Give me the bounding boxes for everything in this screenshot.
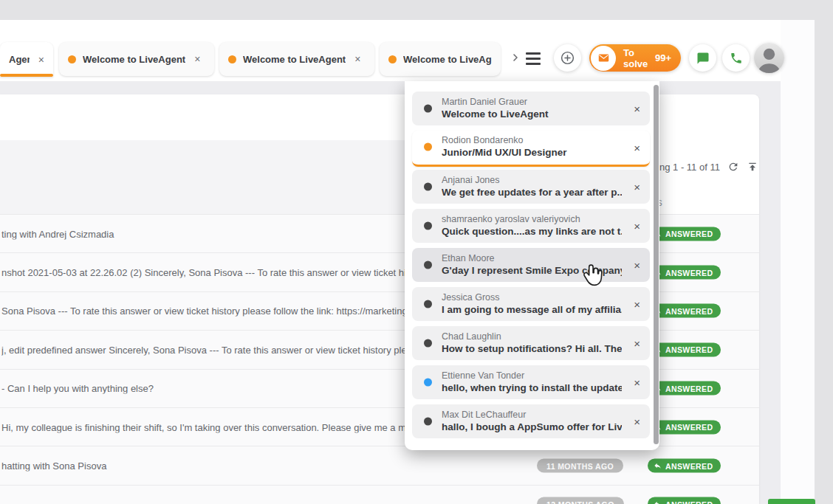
ticket-close-icon[interactable]: ×: [634, 298, 640, 311]
ticket-subject: Quick question....as my links are not t.…: [442, 225, 622, 238]
ticket-status-dot-icon: [424, 261, 432, 269]
reply-arrow-icon: [654, 500, 662, 504]
tabs-overflow-chevron-icon[interactable]: [510, 50, 521, 65]
reply-arrow-icon: [654, 462, 662, 470]
ticket-status-dot-icon: [424, 105, 432, 113]
right-white-strip: [781, 20, 815, 504]
status-badge-label: ANSWERED: [665, 423, 713, 432]
ticket-requester-name: Ettienne Van Tonder: [442, 370, 622, 382]
ticket-requester-name: Jessica Gross: [442, 291, 622, 303]
dropdown-scrollbar[interactable]: [654, 85, 659, 444]
ticket-close-icon[interactable]: ×: [634, 181, 640, 193]
status-badge: ANSWERED: [648, 459, 721, 473]
collapse-top-icon[interactable]: [747, 161, 758, 173]
ticket-requester-name: Anjanai Jones: [442, 174, 622, 186]
ticket-close-icon[interactable]: ×: [634, 142, 640, 154]
status-badge-label: ANSWERED: [665, 384, 713, 393]
tab-label: Welcome to LiveAgent: [83, 54, 185, 65]
ticket-close-icon[interactable]: ×: [634, 220, 640, 232]
status-badge-label: ANSWERED: [665, 500, 713, 504]
open-ticket-item[interactable]: Chad LaughlinHow to setup notifications?…: [412, 326, 650, 360]
ticket-row[interactable]: 12 MONTHS AGOANSWERED: [0, 486, 759, 504]
open-tickets-dropdown: Martin Daniel GrauerWelcome to LiveAgent…: [405, 81, 659, 450]
tab-label: Welcome to LiveAgent: [403, 54, 492, 65]
ticket-requester-name: Ethan Moore: [442, 252, 622, 264]
ticket-requester-name: Chad Laughlin: [442, 331, 622, 342]
liveagent-app: ng 1 - 11 of 11 tus ting with Andrej Csi…: [0, 0, 833, 504]
chat-button-cutoff: [768, 499, 815, 504]
refresh-icon[interactable]: [727, 161, 739, 173]
tab-status-dot-icon: [68, 55, 76, 63]
status-badge-label: ANSWERED: [665, 268, 713, 277]
tab-menu-icon[interactable]: [526, 52, 541, 68]
phone-button[interactable]: [722, 44, 750, 72]
ticket-status-dot-icon: [424, 379, 432, 387]
ticket-status-dot-icon: [424, 418, 432, 426]
ticket-requester-name: Rodion Bondarenko: [442, 134, 622, 146]
tab-status-dot-icon: [228, 55, 236, 63]
ticket-item-text: Chad LaughlinHow to setup notifications?…: [442, 331, 622, 356]
person-photo-icon: [754, 43, 784, 73]
pagination-bar: ng 1 - 11 of 11: [659, 161, 758, 173]
ticket-close-icon[interactable]: ×: [634, 376, 640, 389]
ticket-tab[interactable]: Welcome to LiveAgent×: [59, 42, 214, 76]
ticket-status-dot-icon: [424, 300, 432, 308]
ticket-tab[interactable]: Agent×: [0, 42, 53, 77]
ticket-tab[interactable]: Welcome to LiveAgent: [380, 42, 501, 76]
open-ticket-item[interactable]: Ettienne Van Tonderhello, when trying to…: [412, 365, 650, 399]
chat-button[interactable]: [689, 44, 716, 72]
ticket-requester-name: shamraenko yaroslav valeriyovich: [442, 213, 622, 225]
ticket-status-dot-icon: [424, 183, 432, 191]
open-ticket-item[interactable]: Rodion BondarenkoJunior/Mid UX/UI Design…: [412, 131, 650, 167]
ticket-row[interactable]: hatting with Sona Pisova11 MONTHS AGOANS…: [0, 446, 759, 485]
open-ticket-item[interactable]: Anjanai JonesWe get free updates for a y…: [412, 170, 650, 204]
ticket-status-dot-icon: [424, 143, 432, 151]
pagination-text: ng 1 - 11 of 11: [659, 162, 720, 173]
ticket-close-icon[interactable]: ×: [634, 415, 640, 428]
user-avatar[interactable]: [754, 43, 784, 73]
ticket-subject: hello, when trying to install the update…: [442, 382, 622, 395]
plus-circle-icon: [560, 50, 575, 66]
ticket-item-text: Jessica GrossI am going to message all o…: [442, 291, 622, 317]
ticket-subject: We get free updates for a year after p..…: [442, 186, 622, 199]
envelope-icon: [591, 46, 616, 71]
status-badge: ANSWERED: [648, 497, 721, 504]
open-ticket-item[interactable]: Jessica GrossI am going to message all o…: [412, 287, 650, 321]
chat-bubble-icon: [696, 52, 710, 65]
new-ticket-button[interactable]: [554, 44, 581, 72]
ticket-tab[interactable]: Welcome to LiveAgent×: [219, 42, 374, 76]
ticket-age-badge: 12 MONTHS AGO: [537, 497, 624, 504]
tab-label: Agent: [9, 54, 30, 65]
active-tab-underline: [0, 74, 53, 77]
ticket-item-text: Martin Daniel GrauerWelcome to LiveAgent: [442, 96, 622, 121]
right-gray-strip: [815, 20, 833, 504]
ticket-subject: Junior/Mid UX/UI Designer: [442, 146, 622, 159]
open-ticket-item[interactable]: Max Dit LeChauffeurhallo, I bough a AppS…: [412, 404, 650, 438]
ticket-close-icon[interactable]: ×: [634, 259, 640, 272]
window-top-strip: [0, 0, 833, 20]
ticket-close-icon[interactable]: ×: [634, 103, 640, 115]
ticket-item-text: Max Dit LeChauffeurhallo, I bough a AppS…: [442, 409, 622, 434]
ticket-item-text: Rodion BondarenkoJunior/Mid UX/UI Design…: [442, 134, 622, 159]
ticket-subject: I am going to message all of my affilia.…: [442, 303, 622, 317]
ticket-status-dot-icon: [424, 222, 432, 230]
to-solve-label: To solve: [623, 47, 655, 69]
phone-icon: [730, 52, 743, 65]
status-badge-label: ANSWERED: [665, 306, 713, 315]
tab-label: Welcome to LiveAgent: [243, 54, 346, 65]
tab-close-icon[interactable]: ×: [354, 53, 360, 65]
tab-close-icon[interactable]: ×: [38, 54, 44, 66]
open-ticket-item[interactable]: Ethan MooreG'day I represent Smile Expo …: [412, 248, 650, 282]
tab-close-icon[interactable]: ×: [194, 53, 200, 65]
open-ticket-item[interactable]: Martin Daniel GrauerWelcome to LiveAgent…: [412, 92, 650, 125]
ticket-subject: hallo, I bough a AppSumo offer for Live.…: [442, 421, 622, 434]
open-ticket-item[interactable]: shamraenko yaroslav valeriyovichQuick qu…: [412, 209, 650, 243]
ticket-item-text: Ettienne Van Tonderhello, when trying to…: [442, 370, 622, 395]
ticket-status-dot-icon: [424, 339, 432, 348]
ticket-close-icon[interactable]: ×: [634, 337, 640, 350]
to-solve-button[interactable]: To solve 99+: [589, 44, 681, 72]
ticket-age-badge: 11 MONTHS AGO: [537, 459, 623, 473]
ticket-snippet: hatting with Sona Pisova: [1, 460, 530, 472]
ticket-requester-name: Martin Daniel Grauer: [442, 96, 622, 108]
ticket-item-text: shamraenko yaroslav valeriyovichQuick qu…: [442, 213, 622, 238]
